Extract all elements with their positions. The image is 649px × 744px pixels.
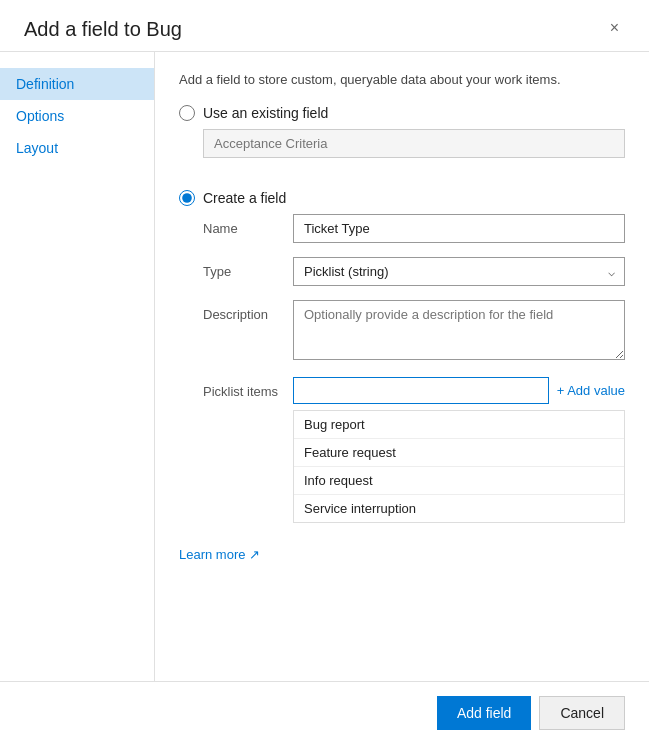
sidebar-item-definition[interactable]: Definition [0,68,154,100]
type-control: Picklist (string) String Integer Double … [293,257,625,286]
learn-more-link[interactable]: Learn more ↗ [179,547,260,562]
add-value-button[interactable]: + Add value [557,379,625,402]
list-item: Feature request [294,439,624,467]
picklist-row: Picklist items + Add value Bug report Fe… [203,377,625,523]
picklist-content: + Add value Bug report Feature request I… [293,377,625,523]
list-item: Info request [294,467,624,495]
name-label: Name [203,214,293,236]
dialog-footer: Add field Cancel [0,681,649,744]
name-input[interactable] [293,214,625,243]
sidebar-item-options[interactable]: Options [0,100,154,132]
description-row: Description [203,300,625,363]
picklist-input-row: + Add value [293,377,625,404]
description-input[interactable] [293,300,625,360]
type-select[interactable]: Picklist (string) String Integer Double … [293,257,625,286]
name-row: Name [203,214,625,243]
main-content: Add a field to store custom, queryable d… [155,52,649,681]
create-field-label[interactable]: Create a field [203,190,286,206]
picklist-label: Picklist items [203,377,293,399]
add-field-dialog: Add a field to Bug × Definition Options … [0,0,649,744]
close-button[interactable]: × [604,18,625,38]
description-control [293,300,625,363]
use-existing-section: Use an existing field [179,105,625,174]
add-field-button[interactable]: Add field [437,696,531,730]
dialog-title: Add a field to Bug [24,18,182,41]
create-field-radio[interactable] [179,190,195,206]
sidebar-item-layout[interactable]: Layout [0,132,154,164]
existing-field-input[interactable] [203,129,625,158]
type-label: Type [203,257,293,279]
external-link-icon: ↗ [249,547,260,562]
dialog-body: Definition Options Layout Add a field to… [0,52,649,681]
name-control [293,214,625,243]
sidebar: Definition Options Layout [0,52,155,681]
create-section: Name Type Picklist (string) String Integ… [179,214,625,523]
dialog-header: Add a field to Bug × [0,0,649,52]
picklist-input[interactable] [293,377,549,404]
create-field-row: Create a field [179,190,625,206]
type-row: Type Picklist (string) String Integer Do… [203,257,625,286]
cancel-button[interactable]: Cancel [539,696,625,730]
use-existing-radio[interactable] [179,105,195,121]
use-existing-row: Use an existing field [179,105,625,121]
subtitle: Add a field to store custom, queryable d… [179,72,625,87]
list-item: Bug report [294,411,624,439]
type-select-wrapper: Picklist (string) String Integer Double … [293,257,625,286]
use-existing-label[interactable]: Use an existing field [203,105,328,121]
description-label: Description [203,300,293,322]
picklist-list: Bug report Feature request Info request … [293,410,625,523]
list-item: Service interruption [294,495,624,522]
